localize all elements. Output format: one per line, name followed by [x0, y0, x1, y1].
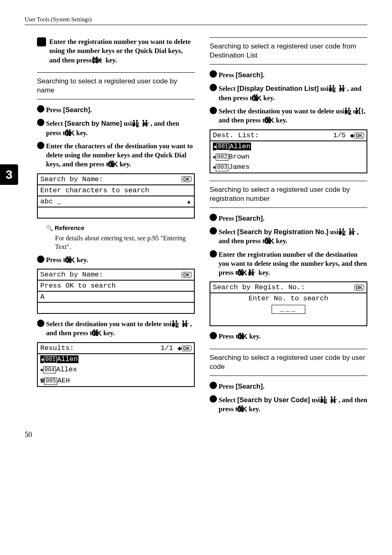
- running-header: User Tools (System Settings): [25, 16, 367, 25]
- menu-item-label: [Search by Registration No.]: [237, 228, 328, 235]
- dest-name: Allex: [56, 366, 77, 373]
- step-6: 6 Enter the registration number you want…: [37, 37, 195, 65]
- dest-number: 003: [216, 164, 228, 171]
- menu-item-label: [Display Destination List]: [237, 85, 318, 92]
- dest-number: 004: [43, 366, 56, 373]
- substep-number-icon: 3: [37, 142, 44, 149]
- dest-name: Allen: [57, 355, 78, 363]
- up-indicator-icon: ▲: [186, 198, 191, 205]
- screen-title: Results:: [40, 344, 74, 352]
- substep-text: key.: [262, 94, 275, 102]
- substep-text: key.: [74, 129, 88, 137]
- search-button-label: [Search]: [63, 106, 90, 113]
- phone-icon: [40, 377, 44, 385]
- substep-number-icon: 1: [210, 214, 217, 221]
- substep-number-icon: 1: [210, 70, 217, 78]
- menu-item-label: [Search by User Code]: [237, 396, 310, 403]
- substep-2: 2Select [Search by User Code] using or ,…: [210, 395, 367, 414]
- substep-1: 1Press [Search].: [210, 214, 367, 223]
- substep-text: Select: [46, 120, 65, 127]
- substep-number-icon: 5: [37, 320, 44, 327]
- substep-text: .: [90, 106, 92, 114]
- substep-5: 5Select the destination you want to dele…: [37, 320, 195, 338]
- screen-prompt: Enter characters to search: [40, 187, 149, 194]
- screen-input-box: ___: [272, 305, 305, 314]
- destination-icon: [214, 143, 217, 150]
- substep-number-icon: 2: [210, 84, 217, 91]
- screen-title: Dest. List:: [213, 131, 259, 139]
- step-text: Enter the registration number you want t…: [49, 38, 191, 64]
- substep-number-icon: 2: [210, 395, 217, 403]
- step-number-icon: 6: [37, 37, 46, 46]
- substep-text: Press: [219, 382, 235, 390]
- substep-2: 2Select [Search by Registration No.] usi…: [210, 227, 367, 246]
- substep-text: .: [263, 214, 264, 222]
- section-title: Searching to select a registered user co…: [37, 72, 195, 99]
- dest-name: Brown: [228, 153, 249, 161]
- substep-number-icon: 4: [37, 256, 44, 263]
- screen-input: A: [40, 293, 44, 301]
- substep-text: Press: [219, 71, 235, 79]
- screen-title: Search by Name:: [40, 271, 103, 279]
- destination-icon: [40, 366, 43, 373]
- substep-3: 3Select the destination you want to dele…: [210, 107, 367, 125]
- substep-4: 4Press the OK key.: [210, 332, 367, 341]
- lcd-screen: Search by Name:OK Press OK to search A: [37, 269, 195, 314]
- reference-heading: Reference: [46, 224, 195, 231]
- lcd-screen: Results: 1/1 ◆OK 001Allen 004Allex 005AE…: [37, 342, 195, 387]
- destination-icon: [41, 355, 44, 363]
- substep-text: Select the destination you want to delet…: [46, 320, 180, 328]
- substep-1: 1Press [Search].: [210, 70, 367, 80]
- section-title: Searching to select a registered user co…: [210, 349, 367, 376]
- ok-indicator-icon: OK: [182, 345, 192, 351]
- magnifier-icon: [46, 224, 55, 231]
- dest-number: 002: [216, 154, 228, 161]
- substep-number-icon: 3: [210, 107, 217, 114]
- ok-indicator-icon: OK: [354, 285, 364, 290]
- section-title: Searching to select a registered user co…: [210, 181, 367, 208]
- substep-1: 1Press [Search].: [37, 105, 195, 115]
- menu-item-label: [Search by Name]: [65, 120, 122, 127]
- chapter-tab: 3: [0, 164, 18, 185]
- search-button-label: [Search]: [235, 214, 263, 222]
- substep-number-icon: 1: [210, 382, 217, 389]
- dest-name: AEH: [57, 377, 70, 385]
- substep-text: key.: [247, 332, 261, 340]
- substep-number-icon: 2: [37, 119, 44, 126]
- substep-number-icon: 2: [210, 227, 217, 235]
- section-title: Searching to select a registered user co…: [210, 37, 367, 64]
- substep-text: key.: [247, 405, 260, 413]
- ok-indicator-icon: OK: [182, 176, 192, 182]
- substep-number-icon: 1: [37, 105, 44, 113]
- substep-text: key.: [75, 256, 88, 264]
- substep-text: key.: [101, 329, 115, 337]
- lcd-screen: Dest. List: 1/5 ◆OK 001Allen 002Brown 00…: [210, 129, 367, 173]
- substep-3: 3Enter the registration number of the de…: [210, 250, 367, 278]
- screen-input: abc _: [40, 198, 61, 205]
- substep-2: 2Select [Search by Name] using or , and …: [37, 119, 195, 138]
- substep-text: Select: [219, 85, 237, 92]
- step-text: key.: [104, 56, 117, 64]
- ok-indicator-icon: OK: [354, 133, 364, 138]
- substep-number-icon: 3: [210, 250, 217, 258]
- search-button-label: [Search]: [235, 382, 263, 390]
- reference-body: For details about entering text, see p.9…: [55, 234, 195, 251]
- substep-text: key.: [257, 269, 270, 276]
- destination-icon: [213, 153, 216, 161]
- ok-indicator-icon: OK: [182, 272, 192, 278]
- substep-text: key.: [118, 160, 131, 168]
- substep-4: 4Press the OK key.: [37, 256, 195, 265]
- screen-prompt: Press OK to search: [40, 282, 116, 290]
- screen-title: Search by Name:: [40, 175, 103, 183]
- updown-indicator-icon: ◆: [350, 132, 354, 138]
- dest-number: 001: [44, 356, 57, 363]
- page-indicator: 1/1: [161, 344, 173, 352]
- substep-number-icon: 4: [210, 332, 217, 339]
- lcd-screen: Search by Name:OK Enter characters to se…: [37, 173, 195, 219]
- substep-text: Select: [219, 396, 237, 404]
- dest-name: James: [228, 163, 249, 171]
- substep-text: Press: [219, 214, 235, 222]
- substep-text: key.: [274, 116, 287, 124]
- search-button-label: [Search]: [235, 71, 263, 78]
- destination-icon: [213, 163, 216, 171]
